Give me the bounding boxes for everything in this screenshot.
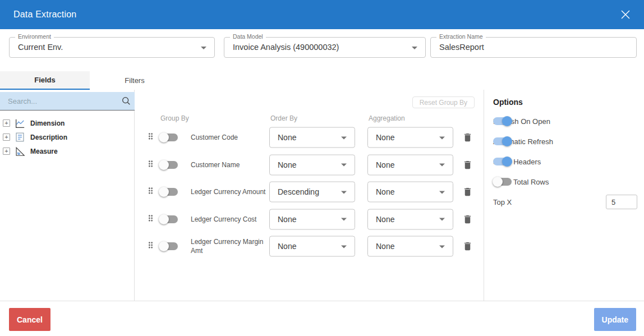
field-row: Ledger Currency Cost None None: [135, 206, 484, 233]
order-by-select[interactable]: None: [269, 209, 355, 229]
show-headers-toggle[interactable]: [493, 158, 512, 165]
group-by-panel: Reset Group By Group By Order By Aggrega…: [135, 90, 484, 301]
aggregation-select[interactable]: None: [367, 236, 453, 257]
tree-item-label: Measure: [30, 148, 58, 155]
chevron-down-icon: [439, 218, 445, 221]
form-bar: Environment Current Env. Data Model Invo…: [0, 29, 644, 71]
order-by-select[interactable]: Descending: [269, 182, 355, 202]
field-name: Ledger Currency Cost: [191, 215, 270, 224]
chevron-down-icon: [439, 136, 445, 139]
data-model-value: Invoice Analysis (490000032): [224, 38, 425, 57]
aggregation-select[interactable]: None: [367, 209, 453, 229]
option-show-total-rows: Show Total Rows: [484, 172, 644, 192]
tree-item-label: Description: [30, 134, 67, 141]
cancel-button[interactable]: Cancel: [9, 308, 50, 331]
tree-item-label: Dimension: [30, 119, 65, 127]
drag-handle-icon[interactable]: [146, 132, 155, 144]
order-by-select[interactable]: None: [269, 236, 355, 257]
option-refresh-on-open: Refresh On Open: [484, 111, 644, 131]
document-icon: [13, 131, 26, 144]
dialog-body: + Dimension +: [0, 90, 644, 301]
dialog-header: Data Extraction: [0, 0, 644, 29]
field-row: Ledger Currency Amount Descending None: [135, 178, 484, 206]
group-by-toggle[interactable]: [159, 188, 178, 196]
extraction-name-value: SalesReport: [431, 38, 636, 57]
options-title: Options: [493, 98, 644, 107]
chevron-down-icon: [439, 245, 445, 248]
reset-group-by-button[interactable]: Reset Group By: [412, 96, 475, 108]
tree-item-dimension[interactable]: + Dimension: [0, 116, 134, 130]
chevron-down-icon: [341, 136, 347, 139]
refresh-on-open-toggle[interactable]: [493, 117, 512, 125]
field-row: Customer Code None None: [135, 124, 484, 151]
tab-bar: Fields Filters: [0, 71, 180, 90]
tab-filters[interactable]: Filters: [90, 71, 180, 90]
trash-icon[interactable]: [462, 159, 473, 170]
option-automatic-refresh: Automatic Refresh: [484, 131, 644, 151]
aggregation-select[interactable]: None: [367, 154, 453, 175]
drag-handle-icon[interactable]: [146, 186, 155, 198]
trash-icon[interactable]: [462, 214, 473, 224]
drag-handle-icon[interactable]: [146, 213, 155, 225]
tab-fields[interactable]: Fields: [0, 71, 90, 90]
chevron-down-icon: [439, 191, 445, 194]
group-by-toggle[interactable]: [159, 161, 178, 169]
show-total-rows-toggle[interactable]: [493, 178, 512, 186]
data-model-label: Data Model: [230, 33, 266, 40]
search-input[interactable]: [0, 97, 118, 105]
dialog-footer: Cancel Update: [0, 301, 644, 336]
trash-icon[interactable]: [462, 132, 473, 143]
tree-item-measure[interactable]: + Measure: [0, 144, 134, 158]
extraction-name-label: Extraction Name: [436, 33, 486, 40]
column-header-aggregation: Aggregation: [369, 114, 405, 122]
order-by-select[interactable]: None: [269, 154, 355, 175]
field-name: Customer Code: [191, 133, 270, 142]
field-row: Customer Name None None: [135, 151, 484, 179]
dialog-title: Data Extraction: [13, 10, 76, 20]
trash-icon[interactable]: [462, 241, 473, 252]
field-name: Ledger Currency Amount: [191, 187, 270, 196]
options-panel: Options Refresh On Open Automatic Refres…: [484, 90, 644, 301]
aggregation-select[interactable]: None: [367, 127, 453, 148]
chevron-down-icon: [201, 47, 206, 49]
field-name: Ledger Currency Margin Amt: [191, 237, 270, 255]
search-icon[interactable]: [118, 96, 135, 106]
data-extraction-dialog: Data Extraction Environment Current Env.…: [0, 0, 644, 336]
line-chart-icon: [13, 117, 26, 130]
extraction-name-field[interactable]: Extraction Name SalesReport: [430, 37, 637, 58]
column-header-order-by: Order By: [270, 114, 297, 122]
chevron-down-icon: [341, 245, 347, 248]
data-model-select[interactable]: Data Model Invoice Analysis (490000032): [224, 37, 426, 58]
option-show-headers: Show Headers: [484, 151, 644, 172]
set-square-icon: [13, 145, 26, 158]
group-by-toggle[interactable]: [159, 134, 178, 141]
chevron-down-icon: [412, 47, 417, 49]
chevron-down-icon: [341, 218, 347, 221]
field-row: Ledger Currency Margin Amt None None: [135, 233, 484, 260]
order-by-select[interactable]: None: [269, 127, 355, 148]
column-header-group-by: Group By: [160, 114, 189, 122]
plus-expand-icon[interactable]: +: [3, 134, 10, 141]
group-by-toggle[interactable]: [159, 242, 178, 250]
tree-item-description[interactable]: + Description: [0, 130, 134, 144]
top-x-input[interactable]: [606, 195, 637, 209]
environment-value: Current Env.: [10, 38, 214, 57]
trash-icon[interactable]: [462, 187, 473, 197]
close-icon[interactable]: [619, 8, 632, 21]
drag-handle-icon[interactable]: [146, 159, 155, 171]
chevron-down-icon: [341, 164, 347, 167]
drag-handle-icon[interactable]: [146, 241, 155, 252]
chevron-down-icon: [439, 164, 445, 167]
plus-expand-icon[interactable]: +: [3, 148, 10, 155]
environment-select[interactable]: Environment Current Env.: [9, 37, 215, 58]
aggregation-select[interactable]: None: [367, 182, 453, 202]
field-name: Customer Name: [191, 160, 270, 169]
field-tree: + Dimension +: [0, 116, 134, 158]
update-button[interactable]: Update: [594, 308, 636, 331]
field-rows: Customer Code None None: [135, 124, 484, 260]
chevron-down-icon: [341, 191, 347, 194]
group-by-toggle[interactable]: [159, 215, 178, 223]
plus-expand-icon[interactable]: +: [3, 119, 10, 127]
automatic-refresh-toggle[interactable]: [493, 137, 512, 145]
environment-label: Environment: [15, 33, 54, 40]
